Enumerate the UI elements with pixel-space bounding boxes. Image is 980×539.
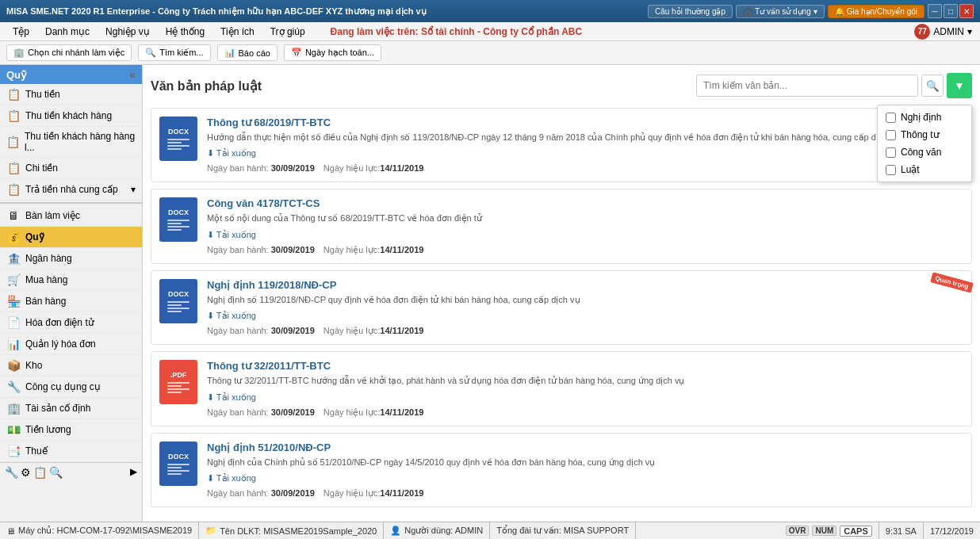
- doc-card-1: DOCX Thông tư 68/2019/TT-BTC Hướng dẫn t…: [151, 108, 972, 182]
- thu-tien-icon: 📋: [6, 88, 21, 101]
- sidebar-item-quy[interactable]: 💰 Quỹ: [0, 227, 142, 248]
- branch-selector-btn[interactable]: 🏢 Chọn chi nhánh làm việc: [6, 44, 132, 61]
- toolbar: 🏢 Chọn chi nhánh làm việc 🔍 Tìm kiếm... …: [0, 41, 980, 65]
- filter-nghi-dinh[interactable]: Nghị định: [878, 109, 971, 126]
- avatar: 77: [914, 24, 930, 40]
- menu-tienich[interactable]: Tiện ích: [214, 25, 261, 39]
- sidebar-header: Quỹ «: [0, 65, 142, 84]
- sidebar-item-chi-tien[interactable]: 📋 Chi tiền: [0, 158, 142, 179]
- content-header: Văn bản pháp luật 🔍 ▼: [151, 73, 972, 98]
- doc-download-1[interactable]: ⬇ Tải xuống: [207, 148, 963, 159]
- sidebar: Quỹ « 📋 Thu tiền 📋 Thu tiền khách hàng 📋…: [0, 65, 143, 522]
- sidebar-item-qly-hoadon[interactable]: 📊 Quản lý hóa đơn: [0, 334, 142, 355]
- maximize-btn[interactable]: □: [944, 4, 958, 18]
- expand-icon: ▾: [131, 184, 136, 195]
- sidebar-expand-btn[interactable]: ▶: [130, 466, 137, 479]
- search-toolbar-btn[interactable]: 🔍 Tìm kiếm...: [138, 44, 210, 61]
- sidebar-item-thu-tien[interactable]: 📋 Thu tiền: [0, 84, 142, 105]
- doc-download-3[interactable]: ⬇ Tải xuống: [207, 311, 963, 321]
- minimize-btn[interactable]: ─: [928, 4, 942, 18]
- filter-cong-van-checkbox[interactable]: [886, 147, 896, 158]
- user-dropdown-icon[interactable]: ▾: [967, 26, 972, 37]
- doc-desc-1: Hướng dẫn thực hiện một số điều của Nghị…: [207, 132, 963, 143]
- thu-tien-kh2-icon: 📋: [6, 136, 20, 148]
- doc-meta-2: Ngày ban hành: 30/09/2019 Ngày hiệu lực:…: [207, 245, 963, 255]
- search-area: 🔍 ▼: [696, 73, 972, 98]
- sidebar-item-ban-hang[interactable]: 🏪 Bán hàng: [0, 291, 142, 312]
- support-btn[interactable]: 🎧 Tư vấn sử dụng ▾: [736, 5, 825, 18]
- doc-content-3: Nghị định 119/2018/NĐ-CP Nghị định số 11…: [207, 279, 963, 336]
- hoadon-icon: 📄: [6, 316, 21, 329]
- menu-danhmuc[interactable]: Danh mục: [39, 25, 96, 39]
- search-icon: 🔍: [145, 48, 156, 58]
- doc-content-4: Thông tư 32/2011/TT-BTC Thông tư 32/2011…: [207, 360, 963, 417]
- user-area: 77 ADMIN ▾: [906, 22, 980, 41]
- doc-icon-5: DOCX: [159, 442, 197, 486]
- filter-cong-van[interactable]: Công văn: [878, 143, 971, 161]
- search-input[interactable]: [696, 75, 918, 97]
- cong-cu-icon: 🔧: [6, 380, 21, 393]
- close-btn[interactable]: ✕: [959, 4, 974, 18]
- menu-bar: Tệp Danh mục Nghiệp vụ Hệ thống Tiện ích…: [0, 22, 980, 41]
- sidebar-item-thu-tien-kh[interactable]: 📋 Thu tiền khách hàng: [0, 105, 142, 127]
- kho-icon: 📦: [6, 359, 21, 372]
- doc-title-1: Thông tư 68/2019/TT-BTC: [207, 117, 963, 128]
- search-btn[interactable]: 🔍: [921, 75, 944, 97]
- tra-tien-icon: 📋: [6, 183, 21, 196]
- menu-tep[interactable]: Tệp: [6, 25, 36, 39]
- doc-card-4: .PDF Thông tư 32/2011/TT-BTC Thông tư 32…: [151, 351, 972, 426]
- page-title: Văn bản pháp luật: [151, 78, 262, 94]
- filter-btn[interactable]: ▼: [947, 73, 972, 98]
- sidebar-item-mua-hang[interactable]: 🛒 Mua hàng: [0, 270, 142, 291]
- thu-tien-kh-icon: 📋: [6, 109, 21, 122]
- menu-hethong[interactable]: Hệ thống: [159, 25, 211, 39]
- sidebar-tool-1[interactable]: 🔧: [5, 466, 18, 479]
- sidebar-item-cong-cu[interactable]: 🔧 Công cụ dụng cụ: [0, 377, 142, 398]
- branch-icon: 🏢: [13, 48, 25, 58]
- doc-content-2: Công văn 4178/TCT-CS Một số nội dung của…: [207, 197, 963, 254]
- filter-luat-checkbox[interactable]: [886, 165, 896, 175]
- doc-title-3: Nghị định 119/2018/NĐ-CP: [207, 279, 963, 291]
- status-keyboard: OVR NUM CAPS: [779, 522, 879, 539]
- upgrade-btn[interactable]: 🔔 Gia hạn/Chuyển gói: [828, 5, 924, 18]
- sidebar-item-hoadon-diente[interactable]: 📄 Hóa đơn điện tử: [0, 312, 142, 334]
- help-btn[interactable]: Câu hỏi thường gặp: [648, 5, 733, 18]
- sidebar-tool-4[interactable]: 🔍: [49, 466, 63, 479]
- sidebar-item-tien-luong[interactable]: 💵 Tiền lương: [0, 419, 142, 441]
- status-bar: 🖥 Máy chủ: HCM-COM-17-092\MISASME2019 📁 …: [0, 522, 980, 539]
- doc-download-4[interactable]: ⬇ Tải xuống: [207, 392, 963, 403]
- thue-icon: 📑: [6, 445, 21, 457]
- sidebar-item-tai-san[interactable]: 🏢 Tài sản cố định: [0, 398, 142, 419]
- filter-dropdown: Nghị định Thông tư Công văn Luật: [877, 105, 972, 182]
- filter-thong-tu[interactable]: Thông tư: [878, 126, 971, 143]
- quy-icon: 💰: [6, 231, 21, 243]
- doc-meta-1: Ngày ban hành: 30/09/2019 Ngày hiệu lực:…: [207, 163, 963, 174]
- accounting-date-btn[interactable]: 📅 Ngày hạch toán...: [284, 44, 381, 61]
- sidebar-item-ngan-hang[interactable]: 🏦 Ngân hàng: [0, 248, 142, 270]
- sidebar-tool-2[interactable]: ⚙: [21, 466, 31, 479]
- doc-download-2[interactable]: ⬇ Tải xuống: [207, 230, 963, 240]
- doc-card-3: DOCX Nghị định 119/2018/NĐ-CP Nghị định …: [151, 270, 972, 345]
- doc-desc-5: Nghị định của Chính phủ số 51/2010/NĐ-CP…: [207, 457, 963, 468]
- menu-nghiepvu[interactable]: Nghiệp vụ: [99, 25, 156, 39]
- chi-tien-icon: 📋: [6, 162, 21, 174]
- sidebar-item-thu-tien-kh2[interactable]: 📋 Thu tiền khách hàng hàng l...: [0, 127, 142, 158]
- sidebar-item-ban-lam-viec[interactable]: 🖥 Bàn làm việc: [0, 205, 142, 227]
- sidebar-item-thue[interactable]: 📑 Thuế: [0, 441, 142, 462]
- doc-card-2: DOCX Công văn 4178/TCT-CS Một số nội dun…: [151, 189, 972, 263]
- sidebar-item-kho[interactable]: 📦 Kho: [0, 355, 142, 377]
- menu-trogiup[interactable]: Trợ giúp: [264, 25, 312, 39]
- doc-meta-4: Ngày ban hành: 30/09/2019 Ngày hiệu lực:…: [207, 407, 963, 418]
- status-db: 📁 Tên DLKT: MISASME2019Sample_2020: [199, 522, 384, 539]
- filter-nghi-dinh-checkbox[interactable]: [886, 113, 896, 123]
- doc-icon-4: .PDF: [159, 360, 197, 404]
- report-btn[interactable]: 📊 Báo cáo: [217, 44, 278, 61]
- sidebar-collapse-btn[interactable]: «: [129, 68, 136, 81]
- doc-download-5[interactable]: ⬇ Tải xuống: [207, 473, 963, 484]
- filter-luat[interactable]: Luật: [878, 161, 971, 178]
- filter-thong-tu-checkbox[interactable]: [886, 130, 896, 140]
- sidebar-item-tra-tien[interactable]: 📋 Trả tiền nhà cung cấp ▾: [0, 179, 142, 201]
- num-badge: NUM: [812, 526, 836, 536]
- sidebar-tool-3[interactable]: 📋: [33, 466, 47, 479]
- doc-title-2: Công văn 4178/TCT-CS: [207, 197, 963, 209]
